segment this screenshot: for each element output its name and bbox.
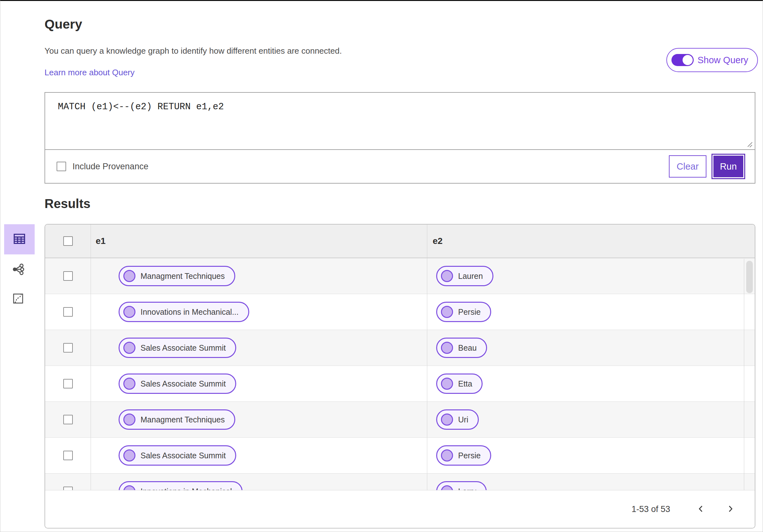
table-row: Sales Associate SummitEtta: [45, 366, 755, 402]
include-provenance-label: Include Provenance: [72, 162, 149, 171]
entity-label: Persie: [458, 308, 481, 317]
entity-pill[interactable]: Sales Associate Summit: [119, 338, 236, 358]
cell-e1: Sales Associate Summit: [91, 438, 427, 473]
row-checkbox-cell: [45, 330, 91, 366]
entity-pill[interactable]: Managment Techniques: [119, 409, 235, 430]
row-checkbox[interactable]: [63, 451, 73, 460]
row-checkbox[interactable]: [63, 307, 73, 317]
entity-node-icon: [441, 342, 453, 354]
cell-e2: Persie: [427, 438, 755, 473]
show-query-toggle[interactable]: Show Query: [666, 48, 758, 72]
textarea-resize-handle[interactable]: [746, 141, 753, 148]
pagination-label: 1-53 of 53: [631, 504, 670, 514]
include-provenance-option[interactable]: Include Provenance: [56, 162, 149, 171]
entity-pill[interactable]: Lauren: [436, 266, 493, 286]
results-footer: 1-53 of 53: [45, 490, 755, 528]
table-icon: [12, 231, 27, 247]
cell-e1: Managment Techniques: [91, 258, 427, 294]
results-table-body: Managment TechniquesLaurenInnovations in…: [45, 258, 755, 509]
row-checkbox[interactable]: [63, 379, 73, 389]
entity-label: Persie: [458, 451, 481, 460]
query-page: Query You can query a knowledge graph to…: [0, 0, 763, 532]
entity-node-icon: [123, 342, 136, 354]
entity-node-icon: [441, 270, 453, 282]
link-chart-icon: [11, 262, 25, 277]
entity-pill[interactable]: Innovations in Mechanical...: [119, 302, 249, 322]
entity-pill[interactable]: Persie: [436, 445, 491, 466]
entity-pill[interactable]: Uri: [436, 409, 479, 430]
table-view-button[interactable]: [4, 224, 35, 254]
entity-pill[interactable]: Beau: [436, 338, 487, 358]
entity-label: Lauren: [458, 272, 483, 281]
column-header-e1[interactable]: e1: [91, 224, 427, 258]
graph-view-button[interactable]: [9, 261, 28, 279]
entity-pill[interactable]: Etta: [436, 374, 483, 394]
row-checkbox-cell: [45, 366, 91, 401]
table-row: Innovations in Mechanical...Persie: [45, 294, 755, 330]
results-table: e1 e2 Managment TechniquesLaurenInnovati…: [45, 224, 755, 528]
entity-node-icon: [123, 413, 136, 426]
chevron-right-icon: [725, 504, 735, 514]
entity-pill[interactable]: Managment Techniques: [119, 266, 235, 286]
entity-pill[interactable]: Sales Associate Summit: [119, 374, 236, 394]
column-header-e2[interactable]: e2: [427, 224, 755, 258]
entity-pill[interactable]: Persie: [436, 302, 491, 322]
table-scrollbar: [744, 259, 755, 490]
row-checkbox[interactable]: [63, 271, 73, 281]
toggle-knob: [683, 55, 693, 65]
entity-label: Uri: [458, 415, 468, 424]
chevron-left-icon: [696, 504, 706, 514]
query-input[interactable]: MATCH (e1)<--(e2) RETURN e1,e2: [45, 93, 755, 149]
page-title: Query: [45, 17, 82, 32]
cell-e2: Persie: [427, 294, 755, 330]
include-provenance-checkbox[interactable]: [56, 162, 66, 171]
clear-button[interactable]: Clear: [669, 155, 707, 178]
cell-e1: Sales Associate Summit: [91, 330, 427, 366]
row-checkbox[interactable]: [63, 415, 73, 424]
entity-node-icon: [441, 306, 453, 318]
entity-node-icon: [123, 378, 136, 390]
cell-e1: Innovations in Mechanical...: [91, 294, 427, 330]
select-all-checkbox[interactable]: [63, 236, 73, 246]
toggle-switch-icon[interactable]: [671, 54, 694, 66]
cell-e2: Etta: [427, 366, 755, 401]
run-button[interactable]: Run: [711, 154, 745, 179]
entity-node-icon: [441, 449, 453, 462]
cell-e2: Beau: [427, 330, 755, 366]
previous-page-button[interactable]: [693, 501, 709, 518]
show-query-label: Show Query: [698, 55, 748, 65]
row-checkbox-cell: [45, 438, 91, 473]
table-row: Managment TechniquesUri: [45, 402, 755, 438]
query-editor-panel: MATCH (e1)<--(e2) RETURN e1,e2 Include P…: [45, 92, 755, 184]
entity-node-icon: [441, 378, 453, 390]
learn-more-link[interactable]: Learn more about Query: [45, 68, 135, 77]
entity-label: Managment Techniques: [141, 415, 225, 424]
entity-node-icon: [441, 413, 453, 426]
cell-e2: Uri: [427, 402, 755, 437]
cell-e1: Managment Techniques: [91, 402, 427, 437]
results-title: Results: [45, 197, 91, 211]
entity-node-icon: [123, 270, 136, 282]
next-page-button[interactable]: [722, 501, 738, 518]
query-editor-footer: Include Provenance Clear Run: [45, 149, 755, 183]
entity-label: Sales Associate Summit: [141, 451, 226, 460]
entity-label: Sales Associate Summit: [141, 343, 226, 353]
map-icon: [12, 292, 25, 306]
row-checkbox[interactable]: [63, 343, 73, 353]
row-checkbox-cell: [45, 294, 91, 330]
row-checkbox-cell: [45, 258, 91, 294]
map-view-button[interactable]: [9, 290, 28, 308]
entity-label: Beau: [458, 343, 477, 353]
header-checkbox-cell: [45, 224, 91, 258]
table-row: Managment TechniquesLauren: [45, 258, 755, 294]
table-row: Sales Associate SummitPersie: [45, 438, 755, 474]
entity-label: Etta: [458, 379, 472, 389]
entity-pill[interactable]: Sales Associate Summit: [119, 445, 236, 466]
entity-node-icon: [123, 449, 136, 462]
cell-e1: Sales Associate Summit: [91, 366, 427, 401]
results-table-header: e1 e2: [45, 224, 755, 258]
scrollbar-thumb[interactable]: [746, 261, 753, 293]
table-row: Sales Associate SummitBeau: [45, 330, 755, 366]
entity-label: Managment Techniques: [141, 272, 225, 281]
entity-label: Sales Associate Summit: [141, 379, 226, 389]
